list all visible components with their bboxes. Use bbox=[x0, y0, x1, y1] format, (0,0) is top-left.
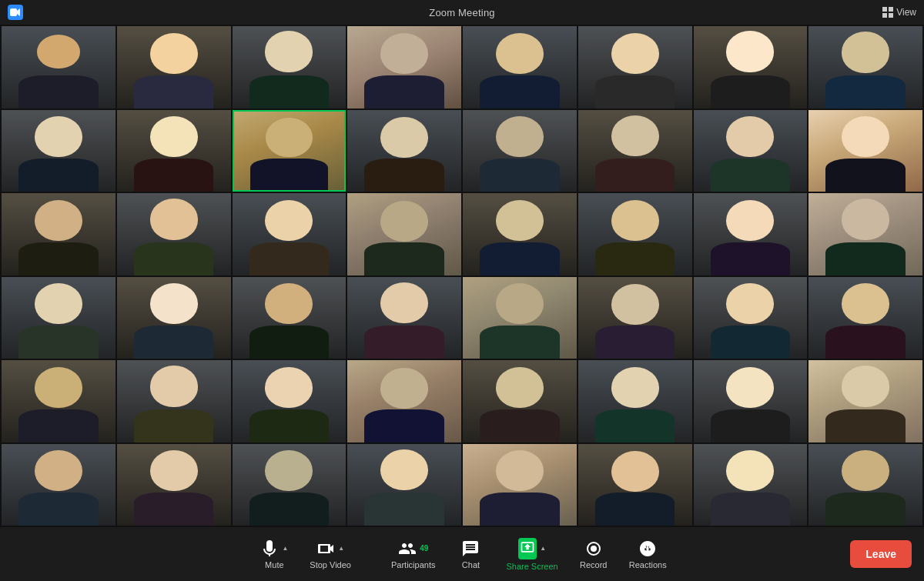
mute-label: Mute bbox=[265, 560, 283, 569]
video-cell[interactable] bbox=[463, 360, 577, 442]
video-cell[interactable] bbox=[233, 193, 346, 275]
video-cell[interactable] bbox=[808, 26, 922, 109]
leave-button[interactable]: Leave bbox=[850, 540, 912, 568]
video-cell[interactable] bbox=[117, 360, 231, 442]
stop-video-caret-icon: ▲ bbox=[338, 545, 344, 552]
video-cell[interactable] bbox=[347, 444, 461, 526]
svg-rect-2 bbox=[882, 7, 887, 12]
meeting-title: Zoom Meeting bbox=[429, 7, 495, 18]
video-cell[interactable] bbox=[578, 277, 692, 359]
video-cell[interactable] bbox=[578, 360, 692, 442]
chat-label: Chat bbox=[462, 560, 480, 569]
video-cell[interactable] bbox=[463, 277, 577, 359]
video-cell[interactable] bbox=[578, 26, 692, 109]
svg-rect-4 bbox=[882, 13, 887, 18]
reactions-label: Reactions bbox=[629, 560, 667, 569]
record-button[interactable]: Record bbox=[571, 531, 617, 577]
video-cell[interactable] bbox=[578, 110, 692, 192]
view-button[interactable]: View bbox=[882, 7, 916, 18]
mute-icon-wrap: ▲ bbox=[260, 539, 288, 558]
video-cell[interactable] bbox=[117, 26, 231, 109]
video-cell[interactable] bbox=[694, 444, 808, 526]
share-screen-icon-wrap: ▲ bbox=[518, 538, 546, 559]
reactions-button[interactable]: Reactions bbox=[623, 531, 673, 577]
titlebar: Zoom Meeting View bbox=[0, 0, 924, 25]
video-cell[interactable] bbox=[233, 277, 346, 359]
video-cell[interactable] bbox=[117, 110, 231, 192]
video-cell[interactable] bbox=[347, 360, 461, 442]
svg-point-7 bbox=[591, 546, 597, 552]
video-cell[interactable] bbox=[463, 193, 577, 275]
video-cell[interactable] bbox=[2, 277, 116, 359]
chat-icon-wrap bbox=[461, 539, 480, 558]
video-cell[interactable] bbox=[233, 360, 346, 442]
svg-point-8 bbox=[644, 546, 647, 548]
video-cell[interactable] bbox=[808, 444, 922, 526]
video-cell[interactable] bbox=[2, 26, 116, 109]
view-label: View bbox=[896, 7, 916, 18]
video-cell[interactable] bbox=[347, 26, 461, 109]
video-cell[interactable] bbox=[347, 277, 461, 359]
svg-rect-0 bbox=[10, 8, 17, 16]
share-screen-label: Share Screen bbox=[506, 562, 557, 571]
video-cell[interactable] bbox=[463, 26, 577, 109]
mute-caret-icon: ▲ bbox=[282, 545, 288, 552]
chat-icon bbox=[461, 539, 480, 558]
participants-icon bbox=[398, 539, 417, 558]
video-cell[interactable] bbox=[694, 26, 808, 109]
video-cell[interactable] bbox=[2, 193, 116, 275]
share-screen-button[interactable]: ▲ Share Screen bbox=[500, 531, 564, 577]
video-cell[interactable] bbox=[578, 444, 692, 526]
stop-video-label: Stop Video bbox=[310, 560, 351, 569]
stop-video-icon-wrap: ▲ bbox=[316, 539, 344, 558]
participants-button[interactable]: 49 Participants bbox=[385, 531, 441, 577]
video-cell[interactable] bbox=[347, 193, 461, 275]
video-cell[interactable] bbox=[2, 444, 116, 526]
video-grid bbox=[0, 25, 924, 527]
video-cell[interactable] bbox=[808, 193, 922, 275]
video-cell[interactable] bbox=[233, 110, 346, 192]
video-cell[interactable] bbox=[117, 277, 231, 359]
svg-marker-1 bbox=[17, 8, 20, 16]
video-cell[interactable] bbox=[694, 277, 808, 359]
video-cell[interactable] bbox=[694, 360, 808, 442]
participants-icon-wrap: 49 bbox=[398, 539, 428, 558]
participants-count: 49 bbox=[420, 544, 428, 553]
record-icon bbox=[584, 539, 603, 558]
svg-rect-5 bbox=[889, 13, 893, 18]
video-cell[interactable] bbox=[694, 193, 808, 275]
participants-label: Participants bbox=[391, 560, 435, 569]
stop-video-button[interactable]: ▲ Stop Video bbox=[303, 531, 357, 577]
share-screen-caret-icon: ▲ bbox=[540, 545, 546, 552]
toolbar: ▲ Mute ▲ Stop Video 49 Participants bbox=[0, 527, 924, 581]
video-cell[interactable] bbox=[578, 193, 692, 275]
record-icon-wrap bbox=[584, 539, 603, 558]
video-cell[interactable] bbox=[463, 444, 577, 526]
video-cell[interactable] bbox=[2, 360, 116, 442]
video-cell[interactable] bbox=[233, 444, 346, 526]
video-cell[interactable] bbox=[233, 26, 346, 109]
video-cell[interactable] bbox=[2, 110, 116, 192]
video-cell[interactable] bbox=[808, 110, 922, 192]
video-cell[interactable] bbox=[117, 193, 231, 275]
video-cell[interactable] bbox=[463, 110, 577, 192]
video-cell[interactable] bbox=[347, 110, 461, 192]
svg-rect-3 bbox=[889, 7, 893, 12]
chat-button[interactable]: Chat bbox=[447, 531, 494, 577]
reactions-icon bbox=[638, 539, 657, 558]
zoom-logo-icon bbox=[8, 5, 23, 20]
reactions-icon-wrap bbox=[638, 539, 657, 558]
mute-button[interactable]: ▲ Mute bbox=[251, 531, 297, 577]
svg-point-9 bbox=[649, 546, 651, 548]
share-screen-icon-bg bbox=[518, 538, 537, 559]
video-cell[interactable] bbox=[808, 360, 922, 442]
video-cell[interactable] bbox=[117, 444, 231, 526]
microphone-icon bbox=[260, 539, 279, 558]
record-label: Record bbox=[580, 560, 607, 569]
video-cell[interactable] bbox=[808, 277, 922, 359]
share-screen-icon bbox=[520, 539, 535, 555]
camera-icon bbox=[316, 539, 335, 558]
video-cell[interactable] bbox=[694, 110, 808, 192]
